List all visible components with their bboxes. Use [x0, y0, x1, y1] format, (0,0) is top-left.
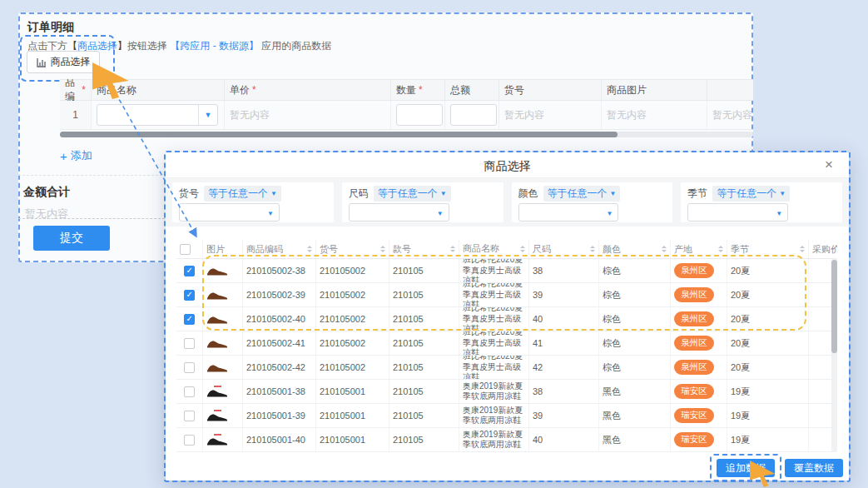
- column-label: 图片: [206, 243, 225, 256]
- filter-select[interactable]: ▼: [179, 203, 280, 222]
- product-row[interactable]: 210105002-39210105002210105班比希伦2020夏季真皮男…: [176, 283, 837, 307]
- sort-icon[interactable]: [590, 246, 595, 252]
- sort-up-icon: [307, 246, 312, 248]
- select-all-checkbox[interactable]: [180, 244, 191, 255]
- filter-row: 颜色等于任意一个▼: [518, 186, 667, 201]
- column-label: 尺码: [533, 243, 551, 256]
- filter-select[interactable]: ▼: [349, 203, 449, 222]
- caret-down-icon: ▼: [437, 210, 444, 217]
- sort-icon[interactable]: [307, 246, 312, 252]
- close-icon[interactable]: ×: [825, 157, 833, 172]
- panel-title: 订单明细: [27, 20, 74, 35]
- sort-icon[interactable]: [662, 246, 667, 252]
- horizontal-scrollbar[interactable]: [60, 132, 753, 137]
- quantity-input[interactable]: [450, 104, 497, 126]
- main-column-header: 商品名称: [92, 80, 225, 100]
- row-checkbox-cell: [176, 331, 203, 355]
- product-row[interactable]: 210105001-40210105001210105奥康2019新款夏季软底两…: [176, 428, 837, 452]
- sort-down-icon: [450, 250, 455, 252]
- product-image-cell: [203, 404, 243, 427]
- filter-operator[interactable]: 等于任意一个▼: [374, 186, 451, 202]
- hint-link-datasource[interactable]: 跨应用 - 数据源: [180, 40, 249, 52]
- product-row[interactable]: 210105002-38210105002210105班比希伦2020夏季真皮男…: [176, 259, 837, 283]
- row-checkbox[interactable]: [184, 386, 195, 397]
- product-row[interactable]: 210105002-40210105002210105班比希伦2020夏季真皮男…: [176, 307, 837, 331]
- column-label: 数量: [396, 83, 416, 97]
- row-checkbox[interactable]: [184, 266, 195, 276]
- style-no: 210105: [389, 283, 459, 306]
- row-checkbox[interactable]: [184, 338, 195, 349]
- filter-row: 季节等于任意一个▼: [687, 186, 836, 201]
- season: 19夏: [727, 380, 809, 403]
- vertical-scrollbar-thumb[interactable]: [831, 260, 837, 353]
- unit-price-input[interactable]: [396, 104, 443, 126]
- product-column-header: 款号: [389, 240, 459, 258]
- brown-sandal-icon: [206, 363, 228, 372]
- row-checkbox-cell: [176, 307, 203, 331]
- product-code: 210105002-41: [243, 331, 316, 355]
- append-data-button[interactable]: 追加数据: [717, 459, 775, 477]
- brown-sandal-icon: [206, 266, 228, 276]
- sort-icon[interactable]: [800, 246, 805, 252]
- row-checkbox-cell: [176, 283, 203, 306]
- filter-operator[interactable]: 等于任意一个▼: [204, 186, 281, 202]
- item-no: 210105002: [316, 283, 389, 306]
- origin-badge: 泉州区: [674, 287, 714, 302]
- sort-icon[interactable]: [380, 246, 385, 252]
- product-row[interactable]: 210105001-39210105001210105奥康2019新款夏季软底两…: [176, 404, 837, 428]
- filter-operator[interactable]: 等于任意一个▼: [543, 186, 621, 202]
- product-name: 班比希伦2020夏季真皮男士高级凉鞋: [459, 356, 529, 379]
- row-checkbox[interactable]: [184, 435, 195, 446]
- row-checkbox[interactable]: [184, 290, 195, 301]
- sort-icon[interactable]: [450, 246, 455, 252]
- row-number: 1: [60, 101, 92, 129]
- product-row[interactable]: 210105001-38210105001210105奥康2019新款夏季软底两…: [176, 380, 837, 404]
- item-no: 210105002: [316, 307, 389, 331]
- column-label: 产地: [674, 243, 692, 256]
- size: 40: [529, 307, 599, 331]
- filter-row: 尺码等于任意一个▼: [349, 186, 497, 201]
- product-column-header: 季节: [727, 240, 809, 258]
- filter-select[interactable]: ▼: [687, 203, 788, 222]
- sort-down-icon: [380, 250, 385, 252]
- column-label: 商品编码: [246, 243, 283, 256]
- select-all-cell: [176, 240, 203, 258]
- filter-operator[interactable]: 等于任意一个▼: [712, 186, 790, 202]
- product-row[interactable]: 210105002-41210105002210105班比希伦2020夏季真皮男…: [176, 331, 837, 356]
- horizontal-scrollbar-thumb[interactable]: [60, 132, 618, 137]
- row-checkbox[interactable]: [184, 411, 195, 421]
- origin-cell: 泉州区: [671, 259, 727, 282]
- order-item-row: 1 ▼ 暂无内容 暂无内容 暂无内容 暂无内容: [60, 101, 753, 130]
- style-no: 210105: [389, 331, 459, 355]
- row-checkbox[interactable]: [184, 314, 195, 325]
- product-row[interactable]: 210105002-42210105002210105班比希伦2020夏季真皮男…: [176, 356, 837, 380]
- filter-label: 季节: [687, 187, 707, 201]
- product-name: 奥康2019新款夏季软底两用凉鞋: [459, 404, 529, 427]
- product-code: 210105002-42: [243, 356, 316, 379]
- required-asterisk: *: [82, 84, 86, 96]
- item-no: 210105002: [316, 259, 389, 282]
- total-section-title: 金额合计: [23, 185, 70, 200]
- overwrite-data-button[interactable]: 覆盖数据: [785, 459, 843, 477]
- row-checkbox[interactable]: [184, 362, 195, 373]
- vertical-scrollbar[interactable]: [831, 258, 837, 452]
- product-image: [206, 291, 228, 300]
- sort-icon[interactable]: [520, 246, 525, 252]
- product-image-cell: [203, 259, 243, 282]
- black-shoe-icon: [206, 388, 228, 397]
- item-no: 210105002: [316, 356, 389, 379]
- column-label: 商品图片: [607, 83, 647, 97]
- product-code: 210105002-40: [243, 307, 316, 331]
- add-row-button[interactable]: + 添加: [60, 148, 92, 163]
- sort-icon[interactable]: [718, 246, 723, 252]
- sort-up-icon: [520, 246, 525, 248]
- submit-button[interactable]: 提交: [33, 226, 110, 251]
- caret-down-icon: ▼: [779, 190, 786, 197]
- product-code: 210105001-39: [243, 404, 316, 427]
- main-column-header: 商品编码*: [60, 80, 92, 100]
- sort-up-icon: [450, 246, 455, 248]
- black-shoe-icon: [206, 436, 228, 446]
- filter-select[interactable]: ▼: [518, 203, 619, 222]
- origin-badge: 泉州区: [674, 311, 714, 326]
- product-code-select[interactable]: ▼: [97, 104, 218, 126]
